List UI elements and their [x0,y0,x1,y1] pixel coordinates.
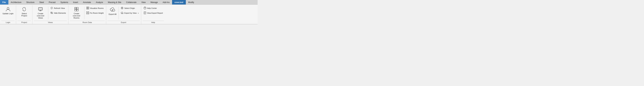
views-group-content: Createcove.tool Views Refresh View [34,6,67,20]
views-small-col: Refresh View Hide Elements [49,6,67,15]
tab-annotate[interactable]: Annotate [80,0,94,4]
update-login-label: Update Login [2,12,14,15]
svg-rect-12 [86,8,88,9]
origin-icon [121,7,124,10]
export-small-col: Select Origin Export by View ▾ [120,6,140,15]
roomdata-small-col: Visualize Rooms Fix Room Height [85,6,105,15]
login-group-label: Login [1,21,14,24]
help-icon [144,7,146,10]
svg-point-19 [122,8,122,8]
tab-addins[interactable]: Add-Ins [160,0,172,4]
svg-rect-2 [39,8,42,10]
help-group-content: Help Center View Export Report [142,6,164,20]
refresh-project-icon [22,7,26,12]
view-export-report-button[interactable]: View Export Report [142,11,164,15]
create-rooms-button[interactable]: Createcove.tool Rooms [70,6,83,20]
project-group-label: Project [18,21,31,24]
help-small-col: Help Center View Export Report [142,6,164,15]
hide-elements-button[interactable]: Hide Elements [49,11,67,15]
refresh-icon [50,7,53,10]
login-group-content: Update Login [1,6,14,20]
roomdata-group-label: Room Data [70,21,105,24]
monitor-icon [38,7,43,12]
create-views-label: Createcove.tool Views [35,12,46,19]
tab-insert[interactable]: Insert [70,0,80,4]
export-all-label: Export All [109,13,116,15]
tab-view[interactable]: View [139,0,148,4]
help-center-label: Help Center [147,7,157,9]
export-by-view-button[interactable]: Export by View ▾ [120,11,140,15]
svg-rect-10 [86,7,88,8]
create-rooms-label: Createcove.tool Rooms [71,12,82,19]
refresh-view-label: Refresh View [54,7,65,9]
select-project-button[interactable]: Select Project [18,6,31,18]
help-center-button[interactable]: Help Center [142,6,164,10]
tab-architecture[interactable]: Architecture [8,0,24,4]
tab-massing[interactable]: Massing & Site [106,0,124,4]
ribbon-group-export: Export All Sele [106,5,141,24]
project-group-content: Select Project [18,6,31,20]
refresh-view-button[interactable]: Refresh View [49,6,67,10]
cloud-view-icon [121,11,124,15]
fix-height-icon [86,11,89,15]
svg-rect-8 [75,9,76,11]
tab-systems[interactable]: Systems [58,0,70,4]
fix-room-height-label: Fix Room Height [90,12,104,14]
export-group-label: Export [108,21,140,24]
svg-rect-13 [88,8,89,9]
export-group-content: Export All Sele [108,6,140,20]
select-project-label: Select Project [18,12,30,17]
help-group-label: Help [142,21,164,24]
export-by-view-dropdown-icon: ▾ [138,12,139,14]
tab-covetool[interactable]: cove.tool [172,0,186,4]
rooms-icon [74,7,79,12]
tab-steel[interactable]: Steel [37,0,46,4]
view-export-report-label: View Export Report [147,12,163,14]
export-sep [118,7,119,19]
ribbon-group-project: Select Project Project [16,5,32,24]
export-by-view-label: Export by View [124,12,136,14]
person-icon [6,7,10,12]
visualize-rooms-label: Visualize Rooms [90,7,104,9]
visualize-icon [86,7,89,10]
tab-precast[interactable]: Precast [46,0,58,4]
create-views-button[interactable]: Createcove.tool Views [34,6,47,20]
svg-point-0 [7,7,9,9]
svg-rect-9 [77,9,78,11]
ribbon-group-roomdata: Createcove.tool Rooms Visualize Rooms [68,5,106,24]
tab-manage[interactable]: Manage [148,0,160,4]
hide-elements-label: Hide Elements [54,12,66,14]
svg-point-5 [51,12,52,13]
svg-rect-6 [75,7,76,9]
tab-bar: File Architecture Structure Steel Precas… [0,0,258,5]
export-all-button[interactable]: Export All [108,6,118,16]
svg-point-26 [145,9,145,9]
svg-rect-7 [77,7,78,9]
tab-modify[interactable]: Modify [186,0,196,4]
ribbon-group-help: Help Center View Export Report Help [141,5,165,24]
select-origin-label: Select Origin [124,7,135,9]
ribbon: Update Login Login Select Project Projec… [0,5,258,24]
update-login-button[interactable]: Update Login [1,6,14,15]
visualize-rooms-button[interactable]: Visualize Rooms [85,6,105,10]
cloud-upload-icon [110,7,115,13]
ribbon-group-views: Createcove.tool Views Refresh View [32,5,68,24]
fix-room-height-button[interactable]: Fix Room Height [85,11,105,15]
tab-structure[interactable]: Structure [24,0,37,4]
tab-file[interactable]: File [0,0,8,4]
views-group-label: Views [34,21,67,24]
tab-collaborate[interactable]: Collaborate [124,0,139,4]
select-origin-button[interactable]: Select Origin [120,6,140,10]
tab-analyze[interactable]: Analyze [94,0,106,4]
ribbon-group-login: Update Login Login [0,5,16,24]
report-icon [144,11,146,15]
roomdata-group-content: Createcove.tool Rooms Visualize Rooms [70,6,105,20]
svg-rect-11 [88,7,89,8]
hide-icon [50,11,53,15]
